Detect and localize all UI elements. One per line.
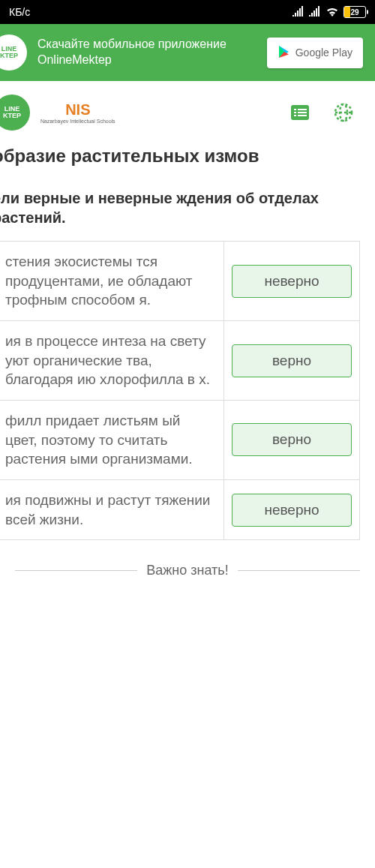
answer-button[interactable]: неверно xyxy=(232,265,352,298)
signal-icon-2 xyxy=(309,6,321,19)
nis-label: NIS xyxy=(65,101,90,119)
answer-cell: верно xyxy=(224,401,359,479)
language-button[interactable] xyxy=(327,96,360,129)
table-row: филл придает листьям ый цвет, поэтому то… xyxy=(0,401,359,480)
list-button[interactable] xyxy=(284,96,316,129)
statement-text: ия в процессе интеза на свету уют органи… xyxy=(0,321,224,400)
status-left: КБ/с xyxy=(9,6,30,18)
statement-text: ия подвижны и растут тяжении всей жизни. xyxy=(0,480,224,539)
battery-level: 29 xyxy=(350,8,358,17)
page-header: LINE KTEP NIS Nazarbayev Intellectual Sc… xyxy=(0,81,375,144)
header-logo[interactable]: LINE KTEP xyxy=(0,95,30,131)
answer-button[interactable]: верно xyxy=(232,423,352,456)
play-label: Google Play xyxy=(296,47,352,59)
table-row: ия в процессе интеза на свету уют органи… xyxy=(0,321,359,401)
statements-table: стения экосистемы тся продуцентами, ие о… xyxy=(0,241,360,540)
svg-rect-2 xyxy=(298,109,307,110)
statement-text: филл придает листьям ый цвет, поэтому то… xyxy=(0,401,224,479)
divider-line xyxy=(238,570,360,571)
banner-text: Скачайте мобильное приложение OnlineMekt… xyxy=(38,37,256,68)
app-banner[interactable]: LINE KTEP Скачайте мобильное приложение … xyxy=(0,24,375,81)
table-row: стения экосистемы тся продуцентами, ие о… xyxy=(0,242,359,321)
svg-rect-6 xyxy=(298,115,307,116)
battery-icon: 29 xyxy=(344,6,366,18)
network-speed: КБ/с xyxy=(9,6,30,18)
nis-sublabel: Nazarbayev Intellectual Schools xyxy=(40,119,116,125)
answer-cell: неверно xyxy=(224,242,359,320)
wifi-icon xyxy=(326,6,339,19)
svg-rect-5 xyxy=(294,115,296,116)
page-title: образие растительных измов xyxy=(0,144,360,167)
banner-logo: LINE KTEP xyxy=(0,35,27,71)
status-right: 29 xyxy=(292,6,366,19)
answer-cell: верно xyxy=(224,321,359,400)
footer-label: Важно знать! xyxy=(146,563,228,578)
answer-cell: неверно xyxy=(224,480,359,539)
statement-text: стения экосистемы тся продуцентами, ие о… xyxy=(0,242,224,320)
nis-logo: NIS Nazarbayev Intellectual Schools xyxy=(40,101,116,125)
main-content: образие растительных измов ели верные и … xyxy=(0,144,375,540)
svg-rect-4 xyxy=(298,112,307,113)
footer-section: Важно знать! xyxy=(0,563,375,578)
play-icon xyxy=(278,45,291,61)
table-row: ия подвижны и растут тяжении всей жизни.… xyxy=(0,480,359,539)
google-play-button[interactable]: Google Play xyxy=(267,38,363,68)
signal-icon xyxy=(292,6,304,19)
svg-rect-3 xyxy=(294,112,296,113)
svg-rect-1 xyxy=(294,109,296,110)
answer-button[interactable]: неверно xyxy=(232,494,352,527)
status-bar: КБ/с 29 xyxy=(0,0,375,24)
task-subtitle: ели верные и неверные ждения об отделах … xyxy=(0,188,360,227)
divider-line xyxy=(15,570,137,571)
answer-button[interactable]: верно xyxy=(232,344,352,377)
